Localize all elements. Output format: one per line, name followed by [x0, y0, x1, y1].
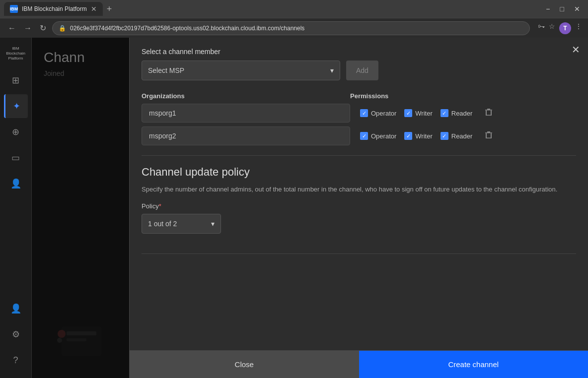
msp-placeholder: Select MSP: [148, 66, 184, 74]
section-divider-2: [142, 253, 576, 254]
msp-select-dropdown[interactable]: Select MSP ▾: [142, 61, 340, 80]
svg-rect-10: [485, 132, 492, 133]
close-button[interactable]: Close: [130, 351, 359, 378]
operator-checkbox-1[interactable]: ✓: [360, 109, 368, 117]
permissions-header: Permissions: [350, 92, 576, 100]
page-content: Chann Joined ✕ Select a channel member: [32, 38, 588, 378]
address-url: 026c9e3f374d4f2fbc20197d7bd62586-optools…: [70, 25, 304, 32]
svg-rect-5: [485, 110, 492, 111]
nodes-icon: ⊕: [12, 126, 19, 137]
browser-addressbar: ← → ↻ 🔒 026c9e3f374d4f2fbc20197d7bd62586…: [0, 18, 588, 38]
org-name-msporg1: msporg1: [142, 104, 350, 123]
org-name-msporg2: msporg2: [142, 126, 350, 145]
operator-checkbox-2[interactable]: ✓: [360, 132, 368, 140]
writer-perm-2[interactable]: ✓ Writer: [404, 132, 432, 140]
modal-panel: ✕ Select a channel member Select MSP ▾ A…: [129, 38, 588, 378]
channel-update-policy-desc: Specify the number of channel admins, ou…: [142, 185, 576, 194]
forward-button[interactable]: →: [22, 22, 34, 35]
writer-checkbox-2[interactable]: ✓: [404, 132, 412, 140]
dashboard-icon: ⊞: [12, 75, 19, 86]
delete-org-1-button[interactable]: [484, 108, 493, 119]
modal-footer: Close Create channel: [130, 350, 588, 378]
maximize-button[interactable]: □: [556, 3, 568, 15]
sidebar-item-nodes[interactable]: ⊕: [4, 120, 28, 144]
bookmark-icon[interactable]: ☆: [549, 22, 555, 34]
modal-body: Select a channel member Select MSP ▾ Add…: [130, 38, 588, 350]
operator-perm-2[interactable]: ✓ Operator: [360, 132, 396, 140]
key-icon: 🗝: [538, 22, 545, 34]
msp-arrow-icon: ▾: [330, 66, 334, 74]
sidebar-item-user[interactable]: 👤: [4, 297, 28, 320]
back-button[interactable]: ←: [6, 22, 18, 35]
sidebar-item-help[interactable]: ?: [4, 348, 28, 372]
user-icon: 👤: [10, 303, 21, 314]
policy-label: Policy*: [142, 202, 576, 210]
svg-rect-14: [486, 137, 492, 138]
modal-close-button[interactable]: ✕: [572, 44, 580, 56]
sidebar-item-dashboard[interactable]: ⊞: [4, 68, 28, 92]
reader-label-1: Reader: [451, 110, 473, 117]
reader-perm-2[interactable]: ✓ Reader: [441, 132, 473, 140]
table-header: Organizations Permissions: [142, 92, 576, 100]
organizations-header: Organizations: [142, 92, 350, 100]
required-star: *: [159, 202, 161, 210]
policy-arrow-icon: ▾: [211, 220, 215, 228]
policy-value: 1 out of 2: [148, 220, 177, 228]
svg-rect-13: [491, 133, 492, 138]
svg-rect-12: [486, 133, 487, 138]
delete-org-2-button[interactable]: [484, 130, 493, 142]
perms-msporg1: ✓ Operator ✓ Writer ✓ Reader: [350, 108, 576, 119]
address-right-icons: 🗝 ☆ T ⋮: [538, 22, 582, 34]
reader-checkbox-2[interactable]: ✓: [441, 132, 448, 140]
operator-label-2: Operator: [371, 132, 396, 140]
sidebar-item-settings[interactable]: ⚙: [4, 322, 28, 346]
address-bar[interactable]: 🔒 026c9e3f374d4f2fbc20197d7bd62586-optoo…: [52, 21, 530, 35]
writer-perm-1[interactable]: ✓ Writer: [404, 109, 432, 117]
settings-icon: ⚙: [12, 329, 20, 340]
new-tab-button[interactable]: +: [103, 4, 116, 14]
create-channel-button[interactable]: Create channel: [359, 351, 588, 378]
user-avatar[interactable]: T: [559, 22, 571, 34]
operator-perm-1[interactable]: ✓ Operator: [360, 109, 396, 117]
sidebar-logo: IBM BlockchainPlatform: [0, 42, 31, 64]
sidebar-item-network[interactable]: ✦: [4, 94, 28, 118]
sidebar: IBM BlockchainPlatform ⊞ ✦ ⊕ ▭ 👤 👤 ⚙ ?: [0, 38, 32, 378]
svg-rect-6: [487, 109, 490, 110]
help-icon: ?: [13, 355, 18, 366]
select-msp-row: Select MSP ▾ Add: [142, 61, 576, 80]
reader-label-2: Reader: [451, 132, 473, 140]
browser-tab[interactable]: IBM IBM Blockchain Platform ✕: [4, 2, 103, 16]
add-msp-button[interactable]: Add: [346, 61, 378, 80]
policy-select-dropdown[interactable]: 1 out of 2 ▾: [142, 214, 221, 234]
window-controls: − □ ✕: [542, 3, 584, 15]
minimize-button[interactable]: −: [542, 3, 554, 15]
app-container: IBM BlockchainPlatform ⊞ ✦ ⊕ ▭ 👤 👤 ⚙ ? C…: [0, 38, 588, 378]
svg-rect-9: [486, 115, 492, 116]
sidebar-item-wallets[interactable]: 👤: [4, 172, 28, 195]
close-window-button[interactable]: ✕: [570, 3, 584, 15]
svg-rect-11: [487, 131, 490, 132]
network-icon: ✦: [13, 101, 20, 112]
lock-icon: 🔒: [59, 25, 66, 32]
tab-title: IBM Blockchain Platform: [22, 5, 87, 12]
reader-checkbox-1[interactable]: ✓: [441, 109, 448, 117]
browser-chrome: IBM IBM Blockchain Platform ✕ + − □ ✕ ← …: [0, 0, 588, 38]
section-divider-1: [142, 155, 576, 156]
writer-label-2: Writer: [415, 132, 432, 140]
refresh-button[interactable]: ↻: [38, 21, 48, 35]
svg-rect-7: [486, 110, 487, 115]
writer-checkbox-1[interactable]: ✓: [404, 109, 412, 117]
sidebar-item-ledger[interactable]: ▭: [4, 146, 28, 170]
select-member-label: Select a channel member: [142, 48, 576, 56]
reader-perm-1[interactable]: ✓ Reader: [441, 109, 473, 117]
browser-titlebar: IBM IBM Blockchain Platform ✕ + − □ ✕: [0, 0, 588, 18]
ledger-icon: ▭: [11, 152, 20, 163]
org-row-2: msporg2 ✓ Operator ✓ Writer ✓: [142, 126, 576, 145]
more-icon[interactable]: ⋮: [575, 22, 582, 34]
channel-update-policy-title: Channel update policy: [142, 166, 576, 179]
org-row-1: msporg1 ✓ Operator ✓ Writer ✓: [142, 104, 576, 123]
tab-close-icon[interactable]: ✕: [91, 5, 97, 13]
wallets-icon: 👤: [10, 178, 21, 189]
svg-rect-8: [491, 110, 492, 115]
tab-favicon: IBM: [10, 5, 18, 13]
